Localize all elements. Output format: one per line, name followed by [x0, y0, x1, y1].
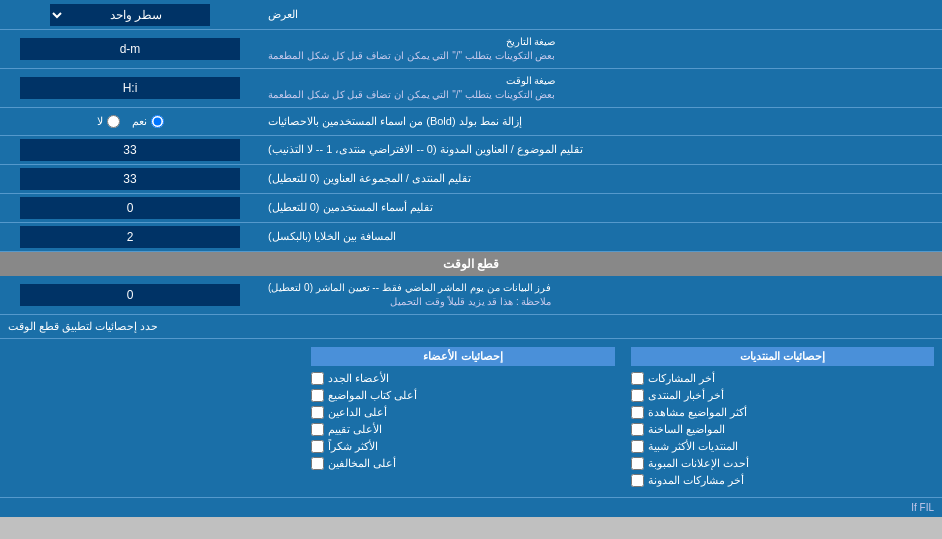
- display-mode-label: العرض: [260, 0, 942, 29]
- checkbox-item-topinviters: أعلى الداعين: [311, 404, 614, 421]
- checkbox-news-label: أخر أخبار المنتدى: [648, 389, 724, 402]
- topic-titles-input-area: [0, 136, 260, 164]
- checkbox-topwriters-label: أعلى كتاب المواضيع: [328, 389, 417, 402]
- checkbox-item-blog: أخر مشاركات المدونة: [631, 472, 934, 489]
- checkbox-newmembers-label: الأعضاء الجدد: [328, 372, 389, 385]
- checkbox-item-mostthanked: الأكثر شكراً: [311, 438, 614, 455]
- checkbox-item-posts: أخر المشاركات: [631, 370, 934, 387]
- forum-titles-input[interactable]: [20, 168, 240, 190]
- checkbox-item-mostviewed: أكثر المواضيع مشاهدة: [631, 404, 934, 421]
- forum-titles-row: تقليم المنتدى / المجموعة العناوين (0 للت…: [0, 165, 942, 194]
- bold-no-label: لا: [97, 115, 103, 128]
- checkbox-item-topviolators: أعلى المخالفين: [311, 455, 614, 472]
- checkbox-item-news: أخر أخبار المنتدى: [631, 387, 934, 404]
- cutoff-input-area: [0, 276, 260, 314]
- checkbox-blog[interactable]: [631, 474, 644, 487]
- checkbox-item-ads: أحدث الإعلانات المبوبة: [631, 455, 934, 472]
- topic-titles-input[interactable]: [20, 139, 240, 161]
- checkbox-mostthanked-label: الأكثر شكراً: [328, 440, 378, 453]
- checkbox-newmembers[interactable]: [311, 372, 324, 385]
- usernames-input-area: [0, 194, 260, 222]
- bold-remove-label: إزالة نمط بولد (Bold) من اسماء المستخدمي…: [260, 108, 942, 135]
- topic-titles-label: تقليم الموضوع / العناوين المدونة (0 -- ا…: [260, 136, 942, 164]
- cell-spacing-label: المسافة بين الخلايا (بالبكسل): [260, 223, 942, 251]
- date-format-input[interactable]: [20, 38, 240, 60]
- usernames-row: تقليم أسماء المستخدمين (0 للتعطيل): [0, 194, 942, 223]
- checkbox-ads-label: أحدث الإعلانات المبوبة: [648, 457, 749, 470]
- checkbox-mostthanked[interactable]: [311, 440, 324, 453]
- if-fil-text: If FIL: [911, 502, 934, 513]
- time-format-input[interactable]: [20, 77, 240, 99]
- right-spacer: [0, 343, 303, 493]
- checkbox-posts-label: أخر المشاركات: [648, 372, 715, 385]
- checkbox-item-topwriters: أعلى كتاب المواضيع: [311, 387, 614, 404]
- usernames-label: تقليم أسماء المستخدمين (0 للتعطيل): [260, 194, 942, 222]
- stats-limit-label: حدد إحصائيات لتطبيق قطع الوقت: [0, 315, 942, 338]
- date-format-row: صيغة التاريخ بعض التكوينات يتطلب "/" الت…: [0, 30, 942, 69]
- cutoff-data-label: فرز البيانات من يوم الماشر الماضي فقط --…: [260, 276, 942, 314]
- bold-remove-row: إزالة نمط بولد (Bold) من اسماء المستخدمي…: [0, 108, 942, 136]
- time-format-main-label: صيغة الوقت: [268, 74, 555, 88]
- cutoff-input[interactable]: [20, 284, 240, 306]
- cutoff-data-row: فرز البيانات من يوم الماشر الماضي فقط --…: [0, 276, 942, 315]
- checkboxes-section: إحصائيات المنتديات أخر المشاركات أخر أخب…: [0, 339, 942, 497]
- bold-no-radio[interactable]: [107, 115, 120, 128]
- checkbox-mostviewed-label: أكثر المواضيع مشاهدة: [648, 406, 747, 419]
- display-mode-row: العرض سطر واحد سطرين ثلاثة أسطر: [0, 0, 942, 30]
- checkbox-news[interactable]: [631, 389, 644, 402]
- cell-spacing-row: المسافة بين الخلايا (بالبكسل): [0, 223, 942, 252]
- bold-yes-option: نعم: [132, 115, 164, 128]
- stats-limit-row: حدد إحصائيات لتطبيق قطع الوقت: [0, 315, 942, 339]
- forums-stats-col: إحصائيات المنتديات أخر المشاركات أخر أخب…: [623, 343, 942, 493]
- bold-remove-input-area: نعم لا: [0, 108, 260, 135]
- checkbox-toprated-label: الأعلى تقييم: [328, 423, 382, 436]
- checkbox-blog-label: أخر مشاركات المدونة: [648, 474, 744, 487]
- checkbox-hot[interactable]: [631, 423, 644, 436]
- cutoff-main-label: فرز البيانات من يوم الماشر الماضي فقط --…: [268, 281, 551, 295]
- checkbox-topinviters[interactable]: [311, 406, 324, 419]
- checkbox-topviolators-label: أعلى المخالفين: [328, 457, 396, 470]
- forum-titles-input-area: [0, 165, 260, 193]
- main-container: العرض سطر واحد سطرين ثلاثة أسطر صيغة الت…: [0, 0, 942, 517]
- forum-titles-label: تقليم المنتدى / المجموعة العناوين (0 للت…: [260, 165, 942, 193]
- checkbox-posts[interactable]: [631, 372, 644, 385]
- bold-yes-radio[interactable]: [151, 115, 164, 128]
- display-mode-input-area: سطر واحد سطرين ثلاثة أسطر: [0, 0, 260, 29]
- bold-yes-label: نعم: [132, 115, 147, 128]
- cutoff-note-label: ملاحظة : هذا قد يزيد قليلاً وقت التحميل: [268, 295, 551, 309]
- forums-stats-header: إحصائيات المنتديات: [631, 347, 934, 366]
- checkbox-toprated[interactable]: [311, 423, 324, 436]
- date-format-sublabel: بعض التكوينات يتطلب "/" التي يمكن ان تضا…: [268, 49, 555, 63]
- cutoff-section-header: قطع الوقت: [0, 252, 942, 276]
- display-mode-select[interactable]: سطر واحد سطرين ثلاثة أسطر: [50, 4, 210, 26]
- checkbox-item-similar: المنتديات الأكثر شبية: [631, 438, 934, 455]
- members-stats-header: إحصائيات الأعضاء: [311, 347, 614, 366]
- date-format-main-label: صيغة التاريخ: [268, 35, 555, 49]
- checkbox-similar-label: المنتديات الأكثر شبية: [648, 440, 738, 453]
- cell-spacing-input-area: [0, 223, 260, 251]
- checkbox-item-hot: المواضيع الساخنة: [631, 421, 934, 438]
- checkbox-columns: إحصائيات المنتديات أخر المشاركات أخر أخب…: [0, 343, 942, 493]
- checkbox-mostviewed[interactable]: [631, 406, 644, 419]
- checkbox-hot-label: المواضيع الساخنة: [648, 423, 725, 436]
- topic-titles-row: تقليم الموضوع / العناوين المدونة (0 -- ا…: [0, 136, 942, 165]
- usernames-input[interactable]: [20, 197, 240, 219]
- bottom-note: If FIL: [0, 497, 942, 517]
- cell-spacing-input[interactable]: [20, 226, 240, 248]
- checkbox-topwriters[interactable]: [311, 389, 324, 402]
- checkbox-ads[interactable]: [631, 457, 644, 470]
- time-format-row: صيغة الوقت بعض التكوينات يتطلب "/" التي …: [0, 69, 942, 108]
- time-format-label: صيغة الوقت بعض التكوينات يتطلب "/" التي …: [260, 69, 942, 107]
- checkbox-item-newmembers: الأعضاء الجدد: [311, 370, 614, 387]
- bold-no-option: لا: [97, 115, 120, 128]
- time-format-input-area: [0, 69, 260, 107]
- checkbox-topviolators[interactable]: [311, 457, 324, 470]
- checkbox-topinviters-label: أعلى الداعين: [328, 406, 387, 419]
- date-format-input-area: [0, 30, 260, 68]
- members-stats-col: إحصائيات الأعضاء الأعضاء الجدد أعلى كتاب…: [303, 343, 622, 493]
- date-format-label: صيغة التاريخ بعض التكوينات يتطلب "/" الت…: [260, 30, 942, 68]
- time-format-sublabel: بعض التكوينات يتطلب "/" التي يمكن ان تضا…: [268, 88, 555, 102]
- checkbox-item-toprated: الأعلى تقييم: [311, 421, 614, 438]
- checkbox-similar[interactable]: [631, 440, 644, 453]
